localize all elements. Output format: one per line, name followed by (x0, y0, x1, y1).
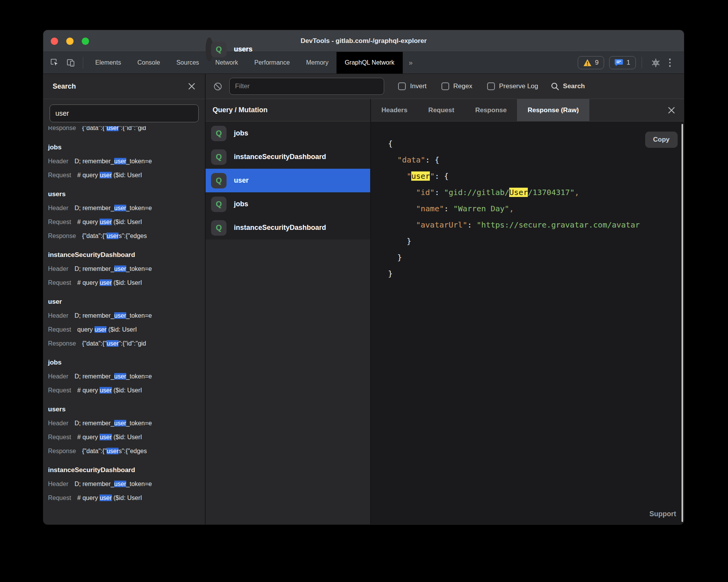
result-row[interactable]: HeaderD; remember_user_token=e (48, 477, 205, 491)
result-row[interactable]: Response{"data":{"users":{"edges (48, 229, 205, 243)
result-text: {"data":{" (82, 233, 106, 239)
minimize-traffic-light[interactable] (66, 38, 74, 45)
filter-checkboxes: InvertRegexPreserve Log (398, 82, 538, 90)
toolbar-tab-elements[interactable]: Elements (87, 52, 129, 74)
result-row-label: Response (48, 448, 76, 454)
search-highlight: user (114, 265, 126, 272)
json-token: : (444, 204, 453, 213)
tab-response[interactable]: Response (465, 99, 517, 121)
result-row[interactable]: Request# query user ($id: UserI (48, 491, 205, 505)
result-group-title[interactable]: users (48, 402, 205, 416)
toolbar-tab-sources[interactable]: Sources (168, 52, 207, 74)
search-highlight: user (106, 233, 118, 239)
json-line: } (388, 233, 684, 249)
network-search[interactable]: Search (551, 82, 585, 91)
result-group-title[interactable]: jobs (48, 356, 205, 370)
toolbar-divider (642, 57, 642, 68)
devtools-toolbar: ElementsConsoleSourcesNetworkPerformance… (43, 52, 684, 74)
result-group-title[interactable]: jobs (48, 140, 205, 154)
warning-badge[interactable]: 9 (578, 56, 604, 69)
close-detail-icon[interactable] (668, 106, 675, 114)
checkbox-regex[interactable]: Regex (441, 82, 472, 90)
json-line: } (388, 249, 684, 265)
json-token: "data" (397, 155, 425, 164)
checkbox-invert[interactable]: Invert (398, 82, 427, 90)
close-search-icon[interactable] (188, 82, 196, 90)
result-text: ":{"id":"gid (118, 340, 146, 347)
result-group-title[interactable]: users (48, 187, 205, 201)
toolbar-tab-memory[interactable]: Memory (298, 52, 337, 74)
json-line: "avatarUrl": "https://secure.gravatar.co… (388, 217, 684, 233)
checkbox-label-regex: Regex (453, 82, 472, 90)
search-panel-title: Search (53, 82, 76, 91)
json-token: : (467, 220, 477, 229)
result-text: ":{"id":"gid (118, 126, 146, 131)
result-group-title[interactable]: instanceSecurityDashboard (48, 248, 205, 262)
result-row[interactable]: HeaderD; remember_user_token=e (48, 262, 205, 276)
result-row[interactable]: HeaderD; remember_user_token=e (48, 154, 205, 168)
search-highlight: user (100, 387, 112, 394)
tab-response-raw[interactable]: Response (Raw) (517, 99, 589, 121)
query-row-jobs[interactable]: Qjobs (206, 122, 370, 145)
toolbar-tab-performance[interactable]: Performance (246, 52, 298, 74)
device-toolbar-icon[interactable] (66, 58, 76, 68)
support-link[interactable]: Support (649, 510, 676, 518)
clear-icon[interactable] (213, 82, 222, 91)
result-text: s":{"edges (118, 233, 147, 239)
result-row[interactable]: HeaderD; remember_user_token=e (48, 416, 205, 430)
vertical-scrollbar[interactable] (682, 124, 683, 522)
result-row[interactable]: Request# query user ($id: UserI (48, 276, 205, 290)
more-tabs-chevron[interactable]: » (403, 52, 419, 74)
query-row-label: instanceSecurityDashboard (234, 224, 326, 232)
toolbar-tabs: ElementsConsoleSourcesNetworkPerformance… (87, 52, 403, 74)
result-row[interactable]: Response{"data":{"user":{"id":"gid (48, 337, 205, 351)
settings-gear-icon[interactable] (651, 58, 661, 68)
result-row[interactable]: HeaderD; remember_user_token=e (48, 201, 205, 215)
filter-toolbar: InvertRegexPreserve Log Search (206, 74, 684, 99)
result-text: _token=e (126, 481, 152, 487)
close-traffic-light[interactable] (51, 38, 58, 45)
result-row-label: Request (48, 387, 71, 394)
result-row[interactable]: HeaderD; remember_user_token=e (48, 309, 205, 323)
result-row-label: Request (48, 326, 71, 333)
result-row-partial[interactable]: Response{"data":{"user":{"id":"gid (48, 126, 205, 135)
search-highlight: user (106, 340, 118, 347)
search-input[interactable] (50, 104, 199, 122)
tab-headers[interactable]: Headers (371, 99, 418, 121)
inspect-element-icon[interactable] (50, 58, 60, 68)
result-row[interactable]: Request# query user ($id: UserI (48, 215, 205, 229)
query-type-badge: Q (211, 126, 227, 141)
result-row-label: Response (48, 233, 76, 239)
filter-input[interactable] (229, 78, 384, 95)
search-result-group: jobsHeaderD; remember_user_token=eReques… (48, 356, 205, 397)
query-row-instancesecuritydashboard[interactable]: QinstanceSecurityDashboard (206, 145, 370, 169)
result-text: _token=e (126, 158, 152, 164)
checkbox-box-invert[interactable] (398, 82, 406, 90)
result-row-label: Header (48, 312, 68, 319)
query-row-user[interactable]: Quser (206, 169, 370, 192)
result-group-title[interactable]: instanceSecurityDashboard (48, 463, 205, 477)
main-body: Query / Mutation QuserQjobsQusersQinstan… (206, 99, 684, 524)
result-row[interactable]: Request# query user ($id: UserI (48, 430, 205, 444)
toolbar-tab-graphql-network[interactable]: GraphQL Network (337, 52, 402, 74)
zoom-traffic-light[interactable] (82, 38, 89, 45)
result-row[interactable]: HeaderD; remember_user_token=e (48, 370, 205, 383)
result-row[interactable]: Response{"data":{"users":{"edges (48, 444, 205, 458)
result-row[interactable]: Request# query user ($id: UserI (48, 383, 205, 397)
kebab-menu-icon[interactable] (666, 57, 674, 68)
message-badge[interactable]: 1 (609, 56, 635, 69)
result-text: _token=e (126, 420, 152, 426)
search-highlight: user (114, 312, 126, 319)
tab-request[interactable]: Request (418, 99, 465, 121)
query-row-instancesecuritydashboard[interactable]: QinstanceSecurityDashboard (206, 216, 370, 240)
checkbox-box-regex[interactable] (441, 82, 449, 90)
query-row-label: instanceSecurityDashboard (234, 153, 326, 161)
checkbox-box-preserve-log[interactable] (487, 82, 495, 90)
result-row[interactable]: Requestquery user ($id: UserI (48, 323, 205, 337)
search-highlight: user (100, 219, 112, 225)
toolbar-tab-console[interactable]: Console (129, 52, 168, 74)
result-group-title[interactable]: user (48, 295, 205, 309)
result-row[interactable]: Request# query user ($id: UserI (48, 168, 205, 182)
checkbox-preserve-log[interactable]: Preserve Log (487, 82, 538, 90)
query-row-jobs[interactable]: Qjobs (206, 192, 370, 216)
